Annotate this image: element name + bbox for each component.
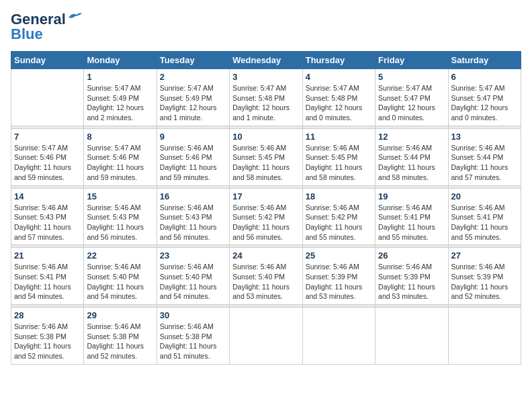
day-info: Sunrise: 5:46 AMSunset: 5:42 PMDaylight:…	[306, 203, 372, 242]
header-saturday: Saturday	[448, 52, 521, 69]
day-info: Sunrise: 5:46 AMSunset: 5:43 PMDaylight:…	[14, 203, 81, 242]
calendar-cell: 29Sunrise: 5:46 AMSunset: 5:38 PMDayligh…	[84, 308, 157, 365]
calendar-cell: 19Sunrise: 5:46 AMSunset: 5:41 PMDayligh…	[375, 188, 448, 245]
calendar-cell	[11, 69, 84, 126]
header-wednesday: Wednesday	[230, 52, 302, 69]
day-info: Sunrise: 5:46 AMSunset: 5:39 PMDaylight:…	[306, 262, 372, 302]
day-info: Sunrise: 5:47 AMSunset: 5:46 PMDaylight:…	[87, 143, 153, 183]
calendar-cell: 16Sunrise: 5:46 AMSunset: 5:43 PMDayligh…	[157, 188, 229, 245]
calendar-cell: 13Sunrise: 5:46 AMSunset: 5:44 PMDayligh…	[448, 128, 521, 185]
calendar-cell: 11Sunrise: 5:46 AMSunset: 5:45 PMDayligh…	[302, 128, 375, 185]
calendar-cell	[302, 308, 375, 365]
day-number: 16	[160, 191, 226, 201]
day-info: Sunrise: 5:46 AMSunset: 5:39 PMDaylight:…	[451, 262, 518, 302]
calendar-cell: 6Sunrise: 5:47 AMSunset: 5:47 PMDaylight…	[448, 69, 521, 126]
calendar-cell: 25Sunrise: 5:46 AMSunset: 5:39 PMDayligh…	[302, 248, 375, 305]
day-number: 15	[87, 191, 153, 201]
day-info: Sunrise: 5:46 AMSunset: 5:40 PMDaylight:…	[87, 262, 153, 302]
day-number: 29	[87, 310, 153, 320]
calendar-cell: 20Sunrise: 5:46 AMSunset: 5:41 PMDayligh…	[448, 188, 521, 245]
day-number: 27	[451, 250, 518, 261]
day-info: Sunrise: 5:47 AMSunset: 5:49 PMDaylight:…	[160, 83, 226, 123]
day-number: 8	[87, 132, 153, 142]
calendar-cell: 22Sunrise: 5:46 AMSunset: 5:40 PMDayligh…	[84, 248, 157, 305]
header-thursday: Thursday	[302, 52, 375, 69]
day-number: 28	[14, 310, 81, 320]
day-info: Sunrise: 5:47 AMSunset: 5:48 PMDaylight:…	[232, 83, 299, 123]
day-number: 13	[451, 132, 518, 142]
calendar-cell: 14Sunrise: 5:46 AMSunset: 5:43 PMDayligh…	[11, 188, 84, 245]
calendar-cell: 12Sunrise: 5:46 AMSunset: 5:44 PMDayligh…	[375, 128, 448, 185]
header-sunday: Sunday	[11, 52, 84, 69]
calendar-cell: 21Sunrise: 5:46 AMSunset: 5:41 PMDayligh…	[11, 248, 84, 305]
calendar-cell: 1Sunrise: 5:47 AMSunset: 5:49 PMDaylight…	[84, 69, 157, 126]
day-number: 3	[232, 72, 299, 82]
day-info: Sunrise: 5:46 AMSunset: 5:43 PMDaylight:…	[87, 203, 153, 242]
day-number: 21	[14, 250, 81, 261]
day-number: 30	[160, 310, 226, 320]
day-number: 19	[378, 191, 445, 201]
header-friday: Friday	[375, 52, 448, 69]
day-info: Sunrise: 5:46 AMSunset: 5:38 PMDaylight:…	[14, 322, 81, 361]
day-info: Sunrise: 5:46 AMSunset: 5:45 PMDaylight:…	[232, 143, 299, 183]
header-tuesday: Tuesday	[157, 52, 229, 69]
day-number: 9	[160, 132, 226, 142]
day-number: 25	[306, 250, 372, 261]
calendar-cell	[230, 308, 302, 365]
day-info: Sunrise: 5:47 AMSunset: 5:48 PMDaylight:…	[306, 83, 372, 123]
day-number: 14	[14, 191, 81, 201]
logo-bird-icon	[67, 11, 82, 23]
calendar-cell: 15Sunrise: 5:46 AMSunset: 5:43 PMDayligh…	[84, 188, 157, 245]
day-info: Sunrise: 5:46 AMSunset: 5:43 PMDaylight:…	[160, 203, 226, 242]
day-number: 10	[232, 132, 299, 142]
week-row-3: 14Sunrise: 5:46 AMSunset: 5:43 PMDayligh…	[11, 188, 521, 245]
calendar-cell: 8Sunrise: 5:47 AMSunset: 5:46 PMDaylight…	[84, 128, 157, 185]
day-info: Sunrise: 5:46 AMSunset: 5:44 PMDaylight:…	[451, 143, 518, 183]
logo: General Blue	[11, 11, 82, 43]
calendar-cell	[448, 308, 521, 365]
day-number: 7	[14, 132, 81, 142]
day-info: Sunrise: 5:47 AMSunset: 5:47 PMDaylight:…	[378, 83, 445, 123]
day-info: Sunrise: 5:46 AMSunset: 5:41 PMDaylight:…	[378, 203, 445, 242]
calendar-cell: 10Sunrise: 5:46 AMSunset: 5:45 PMDayligh…	[230, 128, 302, 185]
calendar-cell	[375, 308, 448, 365]
calendar-header-row: SundayMondayTuesdayWednesdayThursdayFrid…	[11, 52, 521, 69]
calendar-cell: 23Sunrise: 5:46 AMSunset: 5:40 PMDayligh…	[157, 248, 229, 305]
day-info: Sunrise: 5:46 AMSunset: 5:41 PMDaylight:…	[14, 262, 81, 302]
day-info: Sunrise: 5:46 AMSunset: 5:39 PMDaylight:…	[378, 262, 445, 302]
day-number: 4	[306, 72, 372, 82]
day-number: 18	[306, 191, 372, 201]
logo-blue: Blue	[11, 26, 43, 43]
calendar-cell: 4Sunrise: 5:47 AMSunset: 5:48 PMDaylight…	[302, 69, 375, 126]
calendar-cell: 27Sunrise: 5:46 AMSunset: 5:39 PMDayligh…	[448, 248, 521, 305]
calendar-cell: 2Sunrise: 5:47 AMSunset: 5:49 PMDaylight…	[157, 69, 229, 126]
day-number: 23	[160, 250, 226, 261]
calendar-cell: 28Sunrise: 5:46 AMSunset: 5:38 PMDayligh…	[11, 308, 84, 365]
day-info: Sunrise: 5:47 AMSunset: 5:49 PMDaylight:…	[87, 83, 153, 123]
calendar-cell: 7Sunrise: 5:47 AMSunset: 5:46 PMDaylight…	[11, 128, 84, 185]
day-info: Sunrise: 5:46 AMSunset: 5:41 PMDaylight:…	[451, 203, 518, 242]
day-number: 11	[306, 132, 372, 142]
week-row-5: 28Sunrise: 5:46 AMSunset: 5:38 PMDayligh…	[11, 308, 521, 365]
day-info: Sunrise: 5:46 AMSunset: 5:45 PMDaylight:…	[306, 143, 372, 183]
day-info: Sunrise: 5:47 AMSunset: 5:46 PMDaylight:…	[14, 143, 81, 183]
day-number: 6	[451, 72, 518, 82]
day-number: 12	[378, 132, 445, 142]
day-info: Sunrise: 5:46 AMSunset: 5:38 PMDaylight:…	[87, 322, 153, 361]
day-info: Sunrise: 5:46 AMSunset: 5:40 PMDaylight:…	[232, 262, 299, 302]
calendar-table: SundayMondayTuesdayWednesdayThursdayFrid…	[11, 51, 521, 365]
day-info: Sunrise: 5:46 AMSunset: 5:46 PMDaylight:…	[160, 143, 226, 183]
day-number: 20	[451, 191, 518, 201]
day-number: 26	[378, 250, 445, 261]
day-number: 17	[232, 191, 299, 201]
week-row-1: 1Sunrise: 5:47 AMSunset: 5:49 PMDaylight…	[11, 69, 521, 126]
calendar-cell: 26Sunrise: 5:46 AMSunset: 5:39 PMDayligh…	[375, 248, 448, 305]
calendar-cell: 5Sunrise: 5:47 AMSunset: 5:47 PMDaylight…	[375, 69, 448, 126]
day-number: 24	[232, 250, 299, 261]
day-number: 2	[160, 72, 226, 82]
calendar-cell: 30Sunrise: 5:46 AMSunset: 5:38 PMDayligh…	[157, 308, 229, 365]
calendar-cell: 9Sunrise: 5:46 AMSunset: 5:46 PMDaylight…	[157, 128, 229, 185]
day-info: Sunrise: 5:46 AMSunset: 5:38 PMDaylight:…	[160, 322, 226, 361]
day-number: 1	[87, 72, 153, 82]
calendar-cell: 24Sunrise: 5:46 AMSunset: 5:40 PMDayligh…	[230, 248, 302, 305]
